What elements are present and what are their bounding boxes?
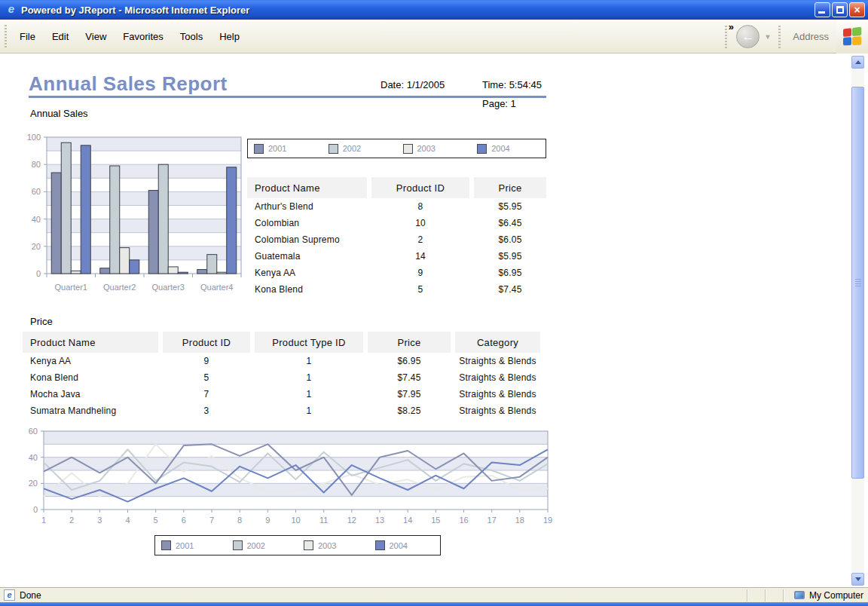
menu-tools[interactable]: Tools — [172, 27, 211, 46]
svg-text:18: 18 — [515, 516, 524, 525]
table-row: Mocha Java71$7.95Straights & Blends — [23, 386, 540, 402]
table-cell: 3 — [163, 402, 250, 419]
menu-bar: FileEditViewFavoritesToolsHelp ← ▼ » Add… — [0, 20, 868, 54]
minimize-button[interactable] — [815, 2, 830, 17]
column-header: Category — [455, 332, 540, 353]
page-status-icon: e — [4, 589, 15, 601]
legend-swatch-icon — [329, 144, 338, 154]
table-cell: Kona Blend — [23, 369, 158, 386]
svg-text:60: 60 — [32, 187, 41, 196]
legend-swatch-icon — [254, 144, 264, 154]
close-icon: × — [850, 3, 864, 17]
close-button[interactable]: × — [849, 2, 865, 17]
svg-text:1: 1 — [41, 516, 46, 525]
toolbar-right: ← ▼ » Address — [720, 20, 868, 54]
restore-button[interactable] — [832, 2, 848, 17]
svg-text:80: 80 — [32, 160, 41, 169]
scrollbar-grip-icon — [855, 279, 861, 286]
menu-items: FileEditViewFavoritesToolsHelp — [11, 27, 248, 46]
svg-text:5: 5 — [154, 516, 158, 525]
legend-label: 2001 — [176, 541, 194, 550]
restore-icon — [836, 6, 844, 14]
svg-text:15: 15 — [431, 516, 440, 525]
table-cell: 9 — [371, 265, 469, 281]
arrow-down-icon — [855, 577, 861, 581]
back-dropdown-caret[interactable]: ▼ — [764, 33, 771, 41]
column-header: Product Name — [23, 332, 158, 353]
status-pane-divider — [783, 589, 784, 601]
table-header-row: Product NameProduct IDPrice — [247, 177, 546, 198]
report-page-number: Page: 1 — [482, 98, 516, 109]
legend-item-2002: 2002 — [227, 540, 298, 550]
table-cell: Colombian — [247, 215, 367, 231]
svg-text:60: 60 — [29, 427, 38, 436]
toolbar-overflow-chevron[interactable]: » — [729, 21, 734, 32]
svg-text:40: 40 — [32, 215, 41, 224]
legend-swatch-icon — [375, 540, 385, 550]
table-cell: 5 — [371, 281, 469, 298]
vertical-scrollbar[interactable] — [851, 56, 864, 586]
table-cell: 7 — [163, 386, 250, 402]
table-row: Arthur's Blend8$5.95 — [247, 198, 546, 215]
scrollbar-thumb[interactable] — [851, 87, 864, 479]
report-title: Annual Sales Report — [29, 72, 228, 96]
toolbar-grip[interactable] — [5, 25, 7, 47]
annual-sales-table: Product NameProduct IDPriceArthur's Blen… — [247, 177, 546, 298]
toolbar-grip[interactable] — [778, 26, 781, 48]
column-header: Price — [368, 332, 451, 353]
table-cell: 14 — [371, 248, 469, 265]
scroll-down-button[interactable] — [851, 573, 864, 586]
annual-sales-bar-chart: 020406080100Quarter1Quarter2Quarter3Quar… — [23, 127, 250, 297]
legend-item-2001: 2001 — [248, 144, 322, 154]
toolbar-grip[interactable] — [725, 26, 727, 48]
status-pane-divider — [747, 589, 747, 601]
table-cell: $6.95 — [368, 353, 451, 369]
title-rule — [29, 96, 546, 98]
minimize-icon — [818, 11, 825, 14]
column-header: Price — [474, 177, 546, 198]
table-cell: 9 — [163, 353, 250, 369]
menu-view[interactable]: View — [77, 27, 115, 46]
table-header-row: Product NameProduct IDProduct Type IDPri… — [23, 332, 540, 353]
table-cell: Guatemala — [247, 248, 367, 265]
report-date: Date: 1/1/2005 — [381, 79, 445, 90]
table-row: Kona Blend51$7.45Straights & Blends — [23, 369, 540, 386]
legend-swatch-icon — [304, 540, 313, 550]
menu-edit[interactable]: Edit — [44, 27, 77, 46]
legend-swatch-icon — [477, 144, 487, 154]
bar-chart-legend: 2001200220032004 — [247, 139, 546, 158]
svg-text:14: 14 — [403, 516, 412, 525]
column-header: Product Name — [247, 177, 367, 198]
status-pane-divider — [765, 589, 766, 601]
menu-help[interactable]: Help — [211, 27, 248, 46]
legend-swatch-icon — [161, 540, 171, 550]
table-row: Kona Blend5$7.45 — [247, 281, 546, 298]
svg-text:7: 7 — [209, 516, 214, 525]
table-cell: 10 — [371, 215, 469, 231]
table-cell: Straights & Blends — [455, 369, 540, 386]
legend-label: 2002 — [343, 144, 361, 153]
table-cell: Arthur's Blend — [247, 198, 367, 215]
svg-text:10: 10 — [291, 516, 300, 525]
svg-text:2: 2 — [69, 516, 74, 525]
legend-label: 2003 — [417, 144, 436, 153]
scroll-up-button[interactable] — [851, 56, 864, 69]
menu-file[interactable]: File — [11, 27, 44, 46]
line-chart-legend: 2001200220032004 — [154, 535, 441, 556]
back-button[interactable]: ← — [736, 25, 760, 48]
svg-text:19: 19 — [543, 516, 552, 525]
table-cell: $7.45 — [474, 281, 546, 298]
table-cell: $6.05 — [474, 231, 546, 248]
svg-text:100: 100 — [27, 133, 41, 142]
svg-text:Quarter1: Quarter1 — [55, 283, 87, 292]
menu-favorites[interactable]: Favorites — [115, 27, 171, 46]
table-cell: Straights & Blends — [455, 402, 540, 419]
svg-text:12: 12 — [347, 516, 356, 525]
svg-text:9: 9 — [265, 516, 270, 525]
svg-text:20: 20 — [32, 242, 41, 251]
svg-text:40: 40 — [29, 453, 38, 462]
table-cell: 8 — [371, 198, 469, 215]
table-cell: Kona Blend — [247, 281, 367, 298]
table-cell: Kenya AA — [247, 265, 367, 281]
table-row: Sumatra Mandheling31$8.25Straights & Ble… — [23, 402, 540, 419]
